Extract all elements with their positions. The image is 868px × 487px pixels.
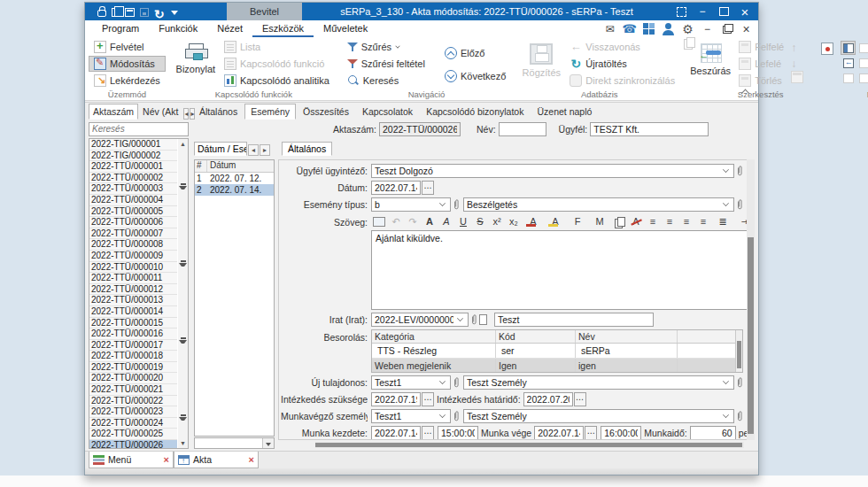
akta-list-item[interactable]: 2022-TTÜ/000016 <box>89 329 177 340</box>
modositas-button[interactable]: Módosítás <box>89 56 166 72</box>
gear-icon[interactable] <box>681 23 694 35</box>
menu-item[interactable]: Műveletek <box>314 20 377 37</box>
menu-item[interactable]: Program <box>92 20 149 37</box>
akta-list-item[interactable]: 2022-TTÜ/000006 <box>89 217 177 228</box>
user-icon[interactable] <box>662 23 675 35</box>
akta-list-item[interactable]: 2022-TTÜ/000023 <box>89 406 177 418</box>
minimize-button[interactable] <box>693 4 712 19</box>
editor-tool[interactable]: x₂ <box>506 214 522 228</box>
visszavonas-button[interactable]: Visszavonás <box>564 39 680 55</box>
detail-tab[interactable]: Kapcsolódó bizonylatok <box>420 104 530 120</box>
munkavegzo-nev-field[interactable] <box>464 411 722 421</box>
search-input[interactable] <box>89 122 189 136</box>
bizonylat-button[interactable]: Bizonylat <box>173 39 219 87</box>
editor-tool[interactable]: M <box>589 214 610 228</box>
editor-tool[interactable]: ≣ <box>712 214 733 228</box>
editor-tool[interactable]: A <box>422 214 438 228</box>
mode-tab[interactable]: Bevitel <box>227 3 302 20</box>
aktaszam-field[interactable] <box>379 122 461 136</box>
akta-list-tab[interactable]: Aktaszám <box>89 104 138 120</box>
akta-list-item[interactable]: 2022-TTÜ/000025 <box>89 429 177 440</box>
chevron-down-icon[interactable] <box>439 200 446 206</box>
intezkedes-hatarido-field[interactable] <box>524 394 572 405</box>
kod-header[interactable]: Kód <box>496 330 576 343</box>
akta-list-item[interactable]: 2022-TTÜ/000015 <box>89 318 177 329</box>
paperclip-icon[interactable] <box>453 376 460 389</box>
ribbon-collapse-button[interactable] <box>739 86 751 97</box>
akta-list-item[interactable]: 2022-TTÜ/000020 <box>89 373 177 384</box>
akta-list-item[interactable]: 2022-TTÜ/000024 <box>89 418 177 429</box>
detail-tab[interactable]: Üzenet napló <box>531 104 598 120</box>
editor-tool[interactable]: A <box>523 214 544 228</box>
lock-icon[interactable] <box>97 10 106 17</box>
chevron-down-icon[interactable] <box>439 378 446 384</box>
kapcsolodo-funkcio-button[interactable]: Kapcsolódó funkció <box>219 56 335 72</box>
tab-scroll-right-icon[interactable] <box>260 144 270 156</box>
panel-collapse-toggle[interactable] <box>841 56 856 70</box>
akta-list-item[interactable]: 2022-TTÜ/000011 <box>89 273 177 284</box>
document-view-toggle[interactable] <box>856 41 868 55</box>
chevron-down-icon[interactable] <box>723 200 729 206</box>
col-date-header[interactable]: Dátum <box>207 160 274 172</box>
focus-mode-button[interactable] <box>671 4 691 19</box>
menu-item[interactable]: Nézet <box>207 20 252 37</box>
phone-icon[interactable] <box>623 23 636 35</box>
scroll-down-icon[interactable] <box>178 438 188 448</box>
akta-list-item[interactable]: 2022-TTÜ/000009 <box>89 251 177 262</box>
preview-window-icon[interactable] <box>125 8 135 17</box>
taskbar-tab-akta[interactable]: Akta <box>174 452 259 468</box>
datum-field[interactable] <box>372 182 420 193</box>
akta-list-item[interactable]: 2022-TTÜ/000022 <box>89 396 177 407</box>
col-num-header[interactable]: # <box>195 160 207 172</box>
editor-tool[interactable] <box>371 214 387 228</box>
esemeny-list-tab[interactable]: Dátum / Ese <box>194 142 247 156</box>
save-icon[interactable] <box>140 8 149 17</box>
ugyfel-ugyintezo-field[interactable] <box>372 166 722 176</box>
chevron-down-icon[interactable] <box>723 378 729 384</box>
akta-list-item[interactable]: 2022-TTÜ/000019 <box>89 362 177 374</box>
detail-vertical-scrollbar[interactable] <box>747 159 755 440</box>
akta-list-item[interactable]: 2022-TTÜ/000012 <box>89 284 177 296</box>
munka-vege-datum-field[interactable] <box>535 428 583 438</box>
detail-tab[interactable]: Általános <box>193 104 244 120</box>
editor-tool[interactable]: U <box>455 214 471 228</box>
editor-tool[interactable]: ↷ <box>405 214 421 228</box>
scroll-up-icon[interactable] <box>178 139 188 149</box>
chevron-down-icon[interactable] <box>723 412 729 418</box>
editor-tool[interactable]: F <box>567 214 588 228</box>
ujratoltes-button[interactable]: Újratöltés <box>564 56 680 72</box>
elozo-button[interactable]: Előző <box>439 45 511 61</box>
kereses-button[interactable]: Keresés <box>342 73 430 89</box>
close-button[interactable] <box>735 4 755 19</box>
lista-button[interactable]: Lista <box>219 39 335 55</box>
close-tab-icon[interactable] <box>164 454 169 465</box>
ugyfel-field[interactable] <box>590 122 709 136</box>
chevron-down-icon[interactable] <box>457 315 463 321</box>
editor-tool[interactable]: A <box>438 214 454 228</box>
editor-tool[interactable]: ≡ <box>695 214 711 228</box>
chevron-down-icon[interactable] <box>439 412 446 418</box>
document-restore-icon[interactable] <box>720 23 733 35</box>
tab-scroll-left-icon[interactable] <box>183 108 189 120</box>
copy-icon[interactable] <box>806 39 818 51</box>
documents-icon[interactable] <box>112 8 120 17</box>
esemeny-row[interactable]: 2 2022. 07. 14. <box>195 184 274 196</box>
munkaido-field[interactable] <box>691 428 735 438</box>
detail-horizontal-scrollbar[interactable] <box>315 442 744 448</box>
munka-vege-ido-field[interactable] <box>601 428 640 438</box>
akta-list-item[interactable]: 2022-TTÜ/000005 <box>89 206 177 218</box>
kategoria-field[interactable] <box>375 345 496 356</box>
esemeny-tipus-kod-field[interactable] <box>372 199 438 210</box>
kategoria-header[interactable]: Kategória <box>372 330 496 343</box>
rogzites-button[interactable]: Rögzítés <box>518 39 564 87</box>
felvetel-button[interactable]: Felvétel <box>89 39 166 55</box>
akta-list-item[interactable]: 2022-TTÜ/000013 <box>89 295 177 306</box>
document-minimize-icon[interactable] <box>701 23 714 35</box>
paperclip-icon[interactable] <box>453 410 460 422</box>
editor-tool[interactable]: ≡ <box>678 214 694 228</box>
akta-list-item[interactable]: 2022-TTÜ/000007 <box>89 228 177 240</box>
editor-tool[interactable]: ↶ <box>388 214 404 228</box>
editor-tool[interactable]: A <box>545 214 566 228</box>
kod-field[interactable] <box>499 345 576 356</box>
detail-tab[interactable]: Esemény <box>244 104 296 120</box>
